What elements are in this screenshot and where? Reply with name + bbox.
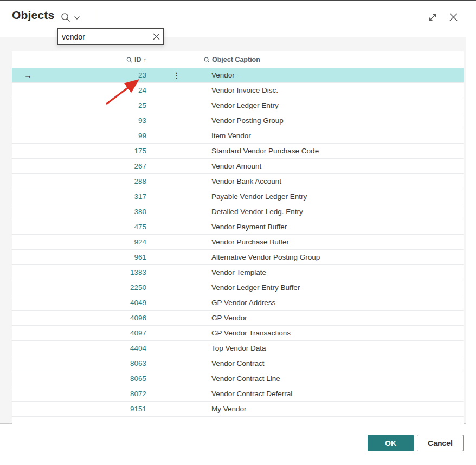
row-caption: Detailed Vendor Ledg. Entry xyxy=(211,208,303,216)
row-caption: Vendor Contract xyxy=(211,359,265,367)
table-row[interactable]: 4097 GP Vendor Transactions xyxy=(12,326,464,341)
table-row[interactable]: 93 Vendor Posting Group xyxy=(12,113,464,128)
chevron-down-icon[interactable] xyxy=(74,16,80,20)
table-row[interactable]: 8065 Vendor Contract Line xyxy=(12,371,464,386)
column-header-caption-label: Object Caption xyxy=(212,56,260,63)
row-id-link[interactable]: 9151 xyxy=(130,405,146,413)
row-id-link[interactable]: 267 xyxy=(134,162,146,170)
row-id-link[interactable]: 8072 xyxy=(130,390,146,398)
row-id-link[interactable]: 317 xyxy=(134,192,146,201)
table-row[interactable]: 4049 GP Vendor Address xyxy=(12,295,464,311)
ok-button[interactable]: OK xyxy=(368,435,414,451)
row-id-link[interactable]: 475 xyxy=(134,223,146,231)
filter-icon xyxy=(204,57,210,63)
row-id-link[interactable]: 25 xyxy=(138,101,146,109)
row-caption: Vendor Contract Line xyxy=(211,374,280,383)
row-caption: GP Vendor xyxy=(211,314,247,322)
page-title: Objects xyxy=(12,9,54,22)
table-body: → 23 ⋮ Vendor 24 Vendor Invoice Disc. 2 xyxy=(12,68,464,417)
row-id-link[interactable]: 8063 xyxy=(130,359,146,367)
close-icon[interactable] xyxy=(448,12,459,22)
column-header-caption[interactable]: Object Caption xyxy=(200,51,464,68)
table-row[interactable]: 317 Payable Vendor Ledger Entry xyxy=(12,189,464,204)
row-caption: Vendor Invoice Disc. xyxy=(211,86,278,94)
selected-row-arrow-icon: → xyxy=(24,70,32,80)
row-id-link[interactable]: 8065 xyxy=(130,374,146,383)
row-id-link[interactable]: 4097 xyxy=(130,329,146,337)
column-header-id-label: ID xyxy=(134,56,141,63)
table-row[interactable]: 8072 Vendor Contract Deferral xyxy=(12,386,464,402)
objects-table: ID ↑ Object Caption → 23 ⋮ Vendor 24 xyxy=(12,51,464,424)
table-row[interactable]: 8063 Vendor Contract xyxy=(12,356,464,371)
row-caption: GP Vendor Address xyxy=(211,299,275,307)
row-id-link[interactable]: 2250 xyxy=(130,283,146,292)
row-id-link[interactable]: 4096 xyxy=(130,314,146,322)
search-box[interactable] xyxy=(57,28,164,45)
table-row[interactable]: 24 Vendor Invoice Disc. xyxy=(12,83,464,98)
header-divider xyxy=(97,9,97,26)
row-id-link[interactable]: 175 xyxy=(134,147,146,155)
search-icon[interactable] xyxy=(60,12,71,23)
row-caption: Item Vendor xyxy=(211,132,251,140)
row-id-link[interactable]: 23 xyxy=(138,71,146,79)
table-row[interactable]: 288 Vendor Bank Account xyxy=(12,174,464,189)
row-caption: Vendor Ledger Entry xyxy=(211,101,279,109)
cancel-button[interactable]: Cancel xyxy=(417,435,464,451)
row-caption: Vendor Template xyxy=(211,268,266,276)
row-caption: Vendor Amount xyxy=(211,162,261,170)
row-id-link[interactable]: 288 xyxy=(134,177,146,185)
column-header-id[interactable]: ID ↑ xyxy=(42,51,147,68)
table-row[interactable]: 1383 Vendor Template xyxy=(12,265,464,280)
menu-column-header xyxy=(147,51,200,68)
row-id-link[interactable]: 24 xyxy=(138,86,146,94)
table-row[interactable]: 99 Item Vendor xyxy=(12,128,464,144)
row-caption: Payable Vendor Ledger Entry xyxy=(211,192,307,201)
table-row[interactable]: 25 Vendor Ledger Entry xyxy=(12,98,464,113)
table-row[interactable]: 475 Vendor Payment Buffer xyxy=(12,219,464,235)
row-id-link[interactable]: 924 xyxy=(134,238,146,246)
row-caption: Vendor Payment Buffer xyxy=(211,223,287,231)
table-row[interactable]: 267 Vendor Amount xyxy=(12,159,464,174)
row-caption: Vendor Contract Deferral xyxy=(211,390,292,398)
row-caption: Alternative Vendor Posting Group xyxy=(211,253,320,261)
row-menu-ellipsis-icon[interactable]: ⋮ xyxy=(173,72,181,79)
table-row[interactable]: 2250 Vendor Ledger Entry Buffer xyxy=(12,280,464,295)
table-row[interactable]: → 23 ⋮ Vendor xyxy=(12,68,464,83)
window-top-edge xyxy=(0,0,476,1)
sort-ascending-icon: ↑ xyxy=(144,57,147,63)
row-caption: My Vendor xyxy=(211,405,247,413)
row-id-link[interactable]: 4404 xyxy=(130,344,146,352)
row-id-link[interactable]: 99 xyxy=(138,132,146,140)
table-row[interactable]: 4096 GP Vendor xyxy=(12,311,464,326)
table-row[interactable]: 9151 My Vendor xyxy=(12,402,464,417)
selection-column-header xyxy=(12,51,42,68)
row-caption: Vendor Posting Group xyxy=(211,117,284,125)
row-caption: Top Vendor Data xyxy=(211,344,266,352)
row-caption: Vendor Purchase Buffer xyxy=(211,238,289,246)
expand-icon[interactable] xyxy=(428,12,438,22)
table-row[interactable]: 4404 Top Vendor Data xyxy=(12,341,464,356)
row-id-link[interactable]: 1383 xyxy=(130,268,146,276)
row-id-link[interactable]: 961 xyxy=(134,253,146,261)
table-row[interactable]: 175 Standard Vendor Purchase Code xyxy=(12,144,464,159)
row-caption: Vendor xyxy=(211,71,235,79)
row-caption: GP Vendor Transactions xyxy=(211,329,291,337)
row-id-link[interactable]: 380 xyxy=(134,208,146,216)
search-input[interactable] xyxy=(58,33,149,41)
row-id-link[interactable]: 4049 xyxy=(130,299,146,307)
table-header-row: ID ↑ Object Caption xyxy=(12,51,464,68)
row-caption: Vendor Ledger Entry Buffer xyxy=(211,283,300,292)
filter-icon xyxy=(126,57,132,63)
table-row[interactable]: 380 Detailed Vendor Ledg. Entry xyxy=(12,204,464,219)
clear-search-icon[interactable] xyxy=(149,29,163,44)
row-id-link[interactable]: 93 xyxy=(138,117,146,125)
table-row[interactable]: 961 Alternative Vendor Posting Group xyxy=(12,250,464,265)
table-row[interactable]: 924 Vendor Purchase Buffer xyxy=(12,235,464,250)
row-caption: Standard Vendor Purchase Code xyxy=(211,147,319,155)
row-caption: Vendor Bank Account xyxy=(211,177,281,185)
